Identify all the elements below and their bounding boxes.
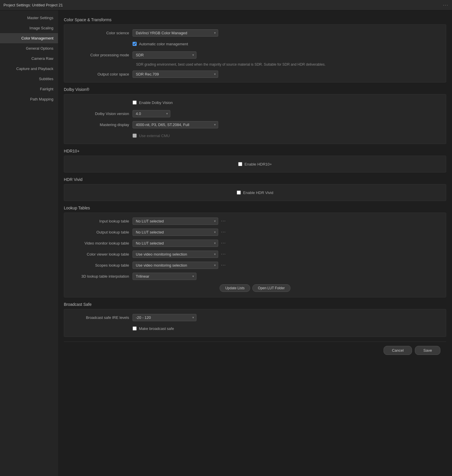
scopes-lut-dropdown[interactable]: Use video monitoring selection: [133, 262, 218, 269]
sidebar-item-general-options[interactable]: General Options: [0, 43, 58, 53]
enable-hdr-vivid-row: Enable HDR Vivid: [69, 188, 441, 197]
make-broadcast-safe-label[interactable]: Make broadcast safe: [139, 326, 174, 331]
scopes-lut-label: Scopes lookup table: [69, 263, 133, 267]
video-monitor-lut-label: Video monitor lookup table: [69, 241, 133, 245]
sidebar-item-path-mapping[interactable]: Path Mapping: [0, 94, 58, 104]
lut-action-buttons-row: Update Lists Open LUT Folder: [69, 283, 441, 293]
interpolation-dropdown-wrap: Trilinear: [133, 273, 196, 280]
content-area: Color Space & Transforms Color science D…: [58, 10, 452, 476]
output-lut-dropdown[interactable]: No LUT selected: [133, 229, 218, 236]
broadcast-safe-panel: Broadcast safe IRE levels -20 - 120 Make…: [64, 309, 446, 337]
color-space-panel: Color science DaVinci YRGB Color Managed…: [64, 24, 446, 82]
window-menu-dots[interactable]: ···: [443, 3, 449, 8]
lookup-tables-panel: Input lookup table No LUT selected ··· O…: [64, 213, 446, 297]
interpolation-dropdown[interactable]: Trilinear: [133, 273, 196, 280]
enable-dolby-vision-checkbox[interactable]: [133, 100, 137, 105]
scopes-lut-menu-button[interactable]: ···: [219, 262, 227, 268]
sidebar-item-color-management[interactable]: Color Management: [0, 33, 58, 43]
use-external-cmu-row: Use external CMU: [69, 132, 441, 140]
hdr-vivid-section-header: HDR Vivid: [64, 177, 446, 182]
lookup-tables-section-header: Lookup Tables: [64, 206, 446, 210]
title-bar: Project Settings: Untitled Project 21 ··…: [0, 0, 452, 10]
sidebar-item-capture-and-playback[interactable]: Capture and Playback: [0, 64, 58, 74]
color-processing-label: Color processing mode: [69, 53, 133, 57]
ire-levels-row: Broadcast safe IRE levels -20 - 120: [69, 313, 441, 321]
use-external-cmu-label: Use external CMU: [139, 134, 170, 138]
mastering-display-dropdown[interactable]: 4000-nit, P3, D65, ST.2084, Full: [133, 121, 218, 128]
color-viewer-lut-controls: Use video monitoring selection ···: [133, 251, 227, 258]
auto-color-management-label[interactable]: Automatic color management: [139, 42, 188, 46]
video-monitor-lut-row: Video monitor lookup table No LUT select…: [69, 239, 441, 247]
color-science-label: Color science: [69, 31, 133, 35]
enable-dolby-vision-label[interactable]: Enable Dolby Vision: [139, 100, 173, 105]
color-viewer-lut-menu-button[interactable]: ···: [219, 251, 227, 257]
input-lut-menu-button[interactable]: ···: [219, 218, 227, 224]
cancel-button[interactable]: Cancel: [384, 346, 412, 355]
use-external-cmu-checkbox-row: Use external CMU: [133, 134, 170, 138]
mastering-display-row: Mastering display 4000-nit, P3, D65, ST.…: [69, 121, 441, 129]
use-external-cmu-checkbox[interactable]: [133, 134, 137, 138]
dolby-version-dropdown[interactable]: 4.0: [133, 110, 170, 117]
sidebar-item-image-scaling[interactable]: Image Scaling: [0, 23, 58, 33]
color-viewer-lut-row: Color viewer lookup table Use video moni…: [69, 250, 441, 258]
output-color-space-dropdown[interactable]: SDR Rec.709: [133, 71, 218, 78]
mastering-display-dropdown-wrap: 4000-nit, P3, D65, ST.2084, Full: [133, 121, 218, 128]
output-lut-controls: No LUT selected ···: [133, 229, 227, 236]
enable-hdr10plus-checkbox[interactable]: [238, 162, 242, 166]
hdr-vivid-panel: Enable HDR Vivid: [64, 184, 446, 201]
output-color-space-label: Output color space: [69, 72, 133, 76]
input-lut-label: Input lookup table: [69, 219, 133, 223]
color-viewer-lut-dropdown[interactable]: Use video monitoring selection: [133, 251, 218, 258]
broadcast-safe-section-header: Broadcast Safe: [64, 302, 446, 307]
scopes-lut-controls: Use video monitoring selection ···: [133, 262, 227, 269]
auto-color-mgmt-row: Automatic color management: [69, 40, 441, 48]
color-viewer-lut-label: Color viewer lookup table: [69, 252, 133, 256]
dolby-version-row: Dolby Vision version 4.0: [69, 109, 441, 118]
color-processing-dropdown[interactable]: SDR: [133, 51, 196, 59]
sidebar-item-subtitles[interactable]: Subtitles: [0, 74, 58, 84]
video-monitor-lut-controls: No LUT selected ···: [133, 240, 227, 247]
output-lut-menu-button[interactable]: ···: [219, 229, 227, 235]
output-lut-label: Output lookup table: [69, 230, 133, 234]
sidebar-item-fairlight[interactable]: Fairlight: [0, 84, 58, 94]
window-title: Project Settings: Untitled Project 21: [3, 3, 63, 7]
video-monitor-lut-menu-button[interactable]: ···: [219, 240, 227, 246]
color-processing-dropdown-wrap: SDR: [133, 51, 196, 59]
sidebar: Master Settings Image Scaling Color Mana…: [0, 10, 58, 476]
hdr10plus-panel: Enable HDR10+: [64, 156, 446, 173]
dolby-version-label: Dolby Vision version: [69, 112, 133, 116]
color-science-dropdown-wrap: DaVinci YRGB Color Managed: [133, 29, 218, 37]
input-lut-row: Input lookup table No LUT selected ···: [69, 217, 441, 225]
sidebar-item-camera-raw[interactable]: Camera Raw: [0, 53, 58, 64]
auto-color-management-checkbox[interactable]: [133, 42, 137, 46]
save-button[interactable]: Save: [415, 346, 440, 355]
sidebar-item-master-settings[interactable]: Master Settings: [0, 13, 58, 23]
update-lists-button[interactable]: Update Lists: [220, 284, 250, 292]
enable-hdr-vivid-label[interactable]: Enable HDR Vivid: [243, 191, 273, 195]
output-color-space-dropdown-wrap: SDR Rec.709: [133, 71, 218, 78]
footer: Cancel Save: [64, 342, 446, 359]
enable-hdr10plus-checkbox-row: Enable HDR10+: [238, 162, 272, 166]
ire-levels-dropdown[interactable]: -20 - 120: [133, 314, 196, 321]
enable-hdr10plus-label[interactable]: Enable HDR10+: [245, 162, 272, 166]
scopes-lut-row: Scopes lookup table Use video monitoring…: [69, 261, 441, 269]
interpolation-label: 3D lookup table interpolation: [69, 274, 133, 279]
color-processing-description: SDR grading environment, best used when …: [136, 62, 441, 67]
make-broadcast-safe-row: Make broadcast safe: [69, 324, 441, 333]
enable-hdr-vivid-checkbox[interactable]: [237, 191, 241, 195]
interpolation-row: 3D lookup table interpolation Trilinear: [69, 272, 441, 280]
auto-color-mgmt-checkbox-row: Automatic color management: [133, 42, 188, 46]
output-lut-row: Output lookup table No LUT selected ···: [69, 228, 441, 236]
enable-hdr10plus-row: Enable HDR10+: [69, 160, 441, 168]
make-broadcast-safe-checkbox[interactable]: [133, 326, 137, 330]
enable-dolby-row: Enable Dolby Vision: [69, 98, 441, 107]
input-lut-controls: No LUT selected ···: [133, 218, 227, 225]
enable-dolby-checkbox-row: Enable Dolby Vision: [133, 100, 173, 105]
video-monitor-lut-dropdown[interactable]: No LUT selected: [133, 240, 218, 247]
hdr10plus-section-header: HDR10+: [64, 149, 446, 153]
color-processing-row: Color processing mode SDR: [69, 51, 441, 59]
color-science-dropdown[interactable]: DaVinci YRGB Color Managed: [133, 29, 218, 37]
make-broadcast-safe-checkbox-row: Make broadcast safe: [133, 326, 174, 331]
open-lut-folder-button[interactable]: Open LUT Folder: [252, 284, 290, 292]
input-lut-dropdown[interactable]: No LUT selected: [133, 218, 218, 225]
